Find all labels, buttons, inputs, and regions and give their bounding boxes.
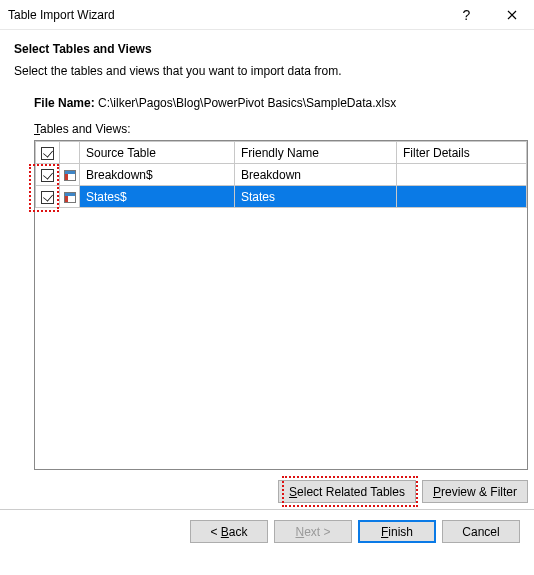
tables-views-label: Tables and Views:: [34, 122, 520, 136]
file-name-label: File Name:: [34, 96, 95, 110]
row-checkbox[interactable]: [41, 169, 54, 182]
file-name-value: C:\ilker\Pagos\Blog\PowerPivot Basics\Sa…: [98, 96, 396, 110]
file-row: File Name: C:\ilker\Pagos\Blog\PowerPivo…: [34, 96, 520, 110]
page-heading: Select Tables and Views: [14, 42, 520, 56]
next-button: Next >: [274, 520, 352, 543]
close-button[interactable]: [489, 0, 534, 30]
table-icon: [64, 192, 76, 203]
grid-button-row: Select Related Tables Preview & Filter: [34, 480, 528, 503]
wizard-button-row: < Back Next > Finish Cancel: [0, 509, 534, 543]
window-title: Table Import Wizard: [8, 8, 444, 22]
page-subheading: Select the tables and views that you wan…: [14, 64, 520, 78]
table-row[interactable]: Breakdown$ Breakdown: [36, 164, 527, 186]
tables-grid[interactable]: Source Table Friendly Name Filter Detail…: [34, 140, 528, 470]
finish-button[interactable]: Finish: [358, 520, 436, 543]
back-button[interactable]: < Back: [190, 520, 268, 543]
header-filter-details[interactable]: Filter Details: [397, 142, 527, 164]
header-source-table[interactable]: Source Table: [80, 142, 235, 164]
header-checkbox-cell[interactable]: [36, 142, 60, 164]
cell-friendly[interactable]: States: [235, 186, 397, 208]
select-related-tables-button[interactable]: Select Related Tables: [278, 480, 416, 503]
preview-filter-button[interactable]: Preview & Filter: [422, 480, 528, 503]
title-bar: Table Import Wizard ?: [0, 0, 534, 30]
select-all-checkbox[interactable]: [41, 147, 54, 160]
cancel-button[interactable]: Cancel: [442, 520, 520, 543]
cell-source[interactable]: States$: [80, 186, 235, 208]
cell-friendly[interactable]: Breakdown: [235, 164, 397, 186]
wizard-content: Select Tables and Views Select the table…: [0, 30, 534, 503]
cell-filter[interactable]: [397, 186, 527, 208]
table-icon: [64, 170, 76, 181]
help-button[interactable]: ?: [444, 0, 489, 30]
header-friendly-name[interactable]: Friendly Name: [235, 142, 397, 164]
cell-source[interactable]: Breakdown$: [80, 164, 235, 186]
row-checkbox[interactable]: [41, 191, 54, 204]
table-row[interactable]: States$ States: [36, 186, 527, 208]
header-icon-cell: [60, 142, 80, 164]
cell-filter[interactable]: [397, 164, 527, 186]
close-icon: [507, 10, 517, 20]
